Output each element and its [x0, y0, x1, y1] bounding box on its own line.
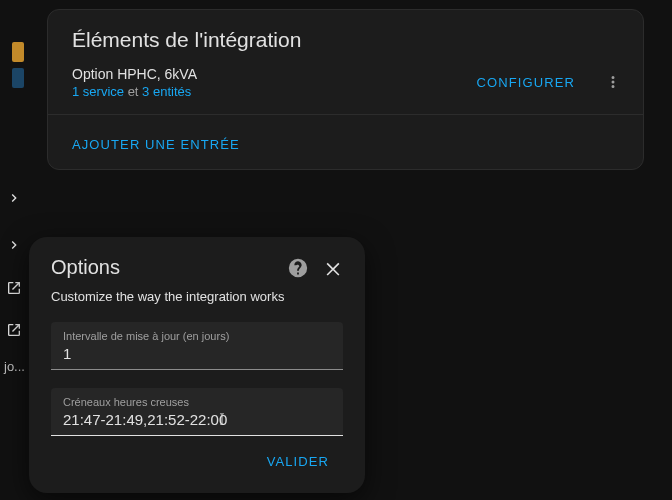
- service-link[interactable]: 1 service: [72, 84, 124, 99]
- help-button[interactable]: [287, 257, 309, 279]
- close-icon: [323, 258, 343, 278]
- update-interval-field[interactable]: Intervalle de mise à jour (en jours): [51, 322, 343, 370]
- entry-subtext: 1 service et 3 entités: [72, 84, 197, 99]
- offpeak-slots-input[interactable]: [63, 411, 331, 428]
- integration-entry: Option HPHC, 6kVA 1 service et 3 entités…: [48, 58, 643, 100]
- entry-name: Option HPHC, 6kVA: [72, 66, 197, 82]
- options-dialog: Options Customize the way the integratio…: [29, 237, 365, 493]
- text-cursor-icon: [215, 410, 229, 432]
- field-label: Intervalle de mise à jour (en jours): [63, 331, 331, 342]
- entities-link[interactable]: 3 entités: [142, 84, 191, 99]
- close-button[interactable]: [323, 258, 343, 278]
- dialog-description: Customize the way the integration works: [51, 289, 343, 304]
- gutter-sliver: [12, 68, 24, 88]
- open-external-icon[interactable]: [6, 322, 22, 342]
- dots-vertical-icon: [604, 73, 622, 91]
- configure-button[interactable]: CONFIGURER: [463, 65, 589, 100]
- card-title: Éléments de l'intégration: [48, 10, 643, 58]
- open-external-icon[interactable]: [6, 280, 22, 300]
- subtext-separator: et: [124, 84, 142, 99]
- help-circle-icon: [287, 257, 309, 279]
- offpeak-slots-field[interactable]: Créneaux heures creuses: [51, 388, 343, 436]
- chevron-right-icon[interactable]: [6, 190, 22, 210]
- field-label: Créneaux heures creuses: [63, 397, 331, 408]
- update-interval-input[interactable]: [63, 345, 331, 362]
- gutter-sliver: [12, 42, 24, 62]
- chevron-right-icon[interactable]: [6, 237, 22, 257]
- entry-overflow-menu[interactable]: [595, 64, 631, 100]
- gutter-truncated-label: jo...: [4, 359, 25, 374]
- add-entry-button[interactable]: AJOUTER UNE ENTRÉE: [72, 127, 254, 162]
- dialog-title: Options: [51, 256, 120, 279]
- submit-button[interactable]: VALIDER: [253, 444, 343, 479]
- integration-card: Éléments de l'intégration Option HPHC, 6…: [47, 9, 644, 170]
- left-gutter: jo...: [0, 0, 28, 500]
